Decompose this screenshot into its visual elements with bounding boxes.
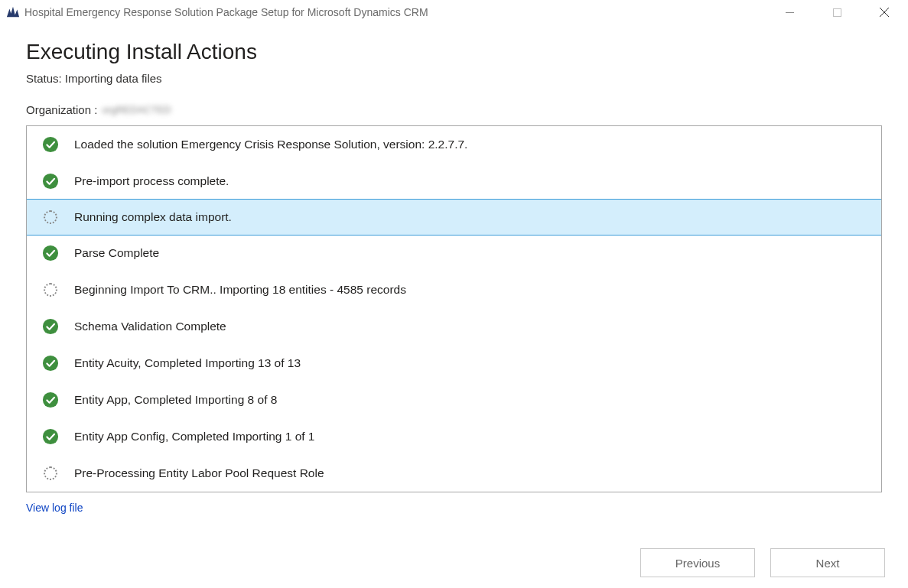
minimize-button[interactable] <box>766 0 813 24</box>
action-row-text: Pre-Processing Entity Labor Pool Request… <box>74 466 324 480</box>
action-row-text: Entity Acuity, Completed Importing 13 of… <box>74 356 301 370</box>
svg-point-9 <box>43 392 58 408</box>
action-row[interactable]: Pre-import process complete. <box>27 163 881 200</box>
organization-label: Organization : <box>26 103 97 116</box>
action-row[interactable]: Entity App Config, Completed Importing 1… <box>27 418 881 455</box>
svg-point-7 <box>43 319 58 334</box>
check-icon <box>42 391 59 408</box>
action-row-text: Loaded the solution Emergency Crisis Res… <box>74 138 467 151</box>
spinner-icon <box>42 465 59 482</box>
action-row[interactable]: Parse Complete <box>27 235 881 271</box>
action-row-text: Parse Complete <box>74 246 159 260</box>
status-line: Status: Importing data files <box>26 72 882 85</box>
close-button[interactable] <box>861 0 908 24</box>
window-controls <box>766 0 908 24</box>
main-content: Executing Install Actions Status: Import… <box>0 24 908 515</box>
svg-point-8 <box>43 356 58 371</box>
page-heading: Executing Install Actions <box>26 40 882 64</box>
check-icon <box>42 136 59 153</box>
action-row-text: Pre-import process complete. <box>74 174 229 188</box>
window-title: Hospital Emergency Response Solution Pac… <box>24 6 766 18</box>
spinner-icon <box>42 281 59 298</box>
check-icon <box>42 355 59 372</box>
check-icon <box>42 245 59 262</box>
action-row[interactable]: Beginning Import To CRM.. Importing 18 e… <box>27 271 881 308</box>
footer-buttons: Previous Next <box>640 548 885 577</box>
view-log-link[interactable]: View log file <box>26 502 83 514</box>
status-value: Importing data files <box>65 72 162 85</box>
next-button[interactable]: Next <box>770 548 885 577</box>
action-row[interactable]: Pre-Processing Entity Labor Pool Request… <box>27 455 881 492</box>
action-row[interactable]: Loaded the solution Emergency Crisis Res… <box>27 126 881 163</box>
action-row[interactable]: Running complex data import. <box>26 199 882 236</box>
status-prefix: Status: <box>26 72 65 85</box>
spinner-icon <box>42 209 59 226</box>
organization-line: Organization : orgREDACTED <box>26 103 882 116</box>
svg-point-10 <box>43 429 58 444</box>
action-row-text: Beginning Import To CRM.. Importing 18 e… <box>74 283 406 297</box>
maximize-button[interactable] <box>813 0 861 24</box>
app-icon <box>6 5 20 19</box>
previous-button[interactable]: Previous <box>640 548 755 577</box>
check-icon <box>42 428 59 445</box>
action-list: Loaded the solution Emergency Crisis Res… <box>26 125 882 492</box>
organization-value: orgREDACTED <box>102 104 186 116</box>
svg-point-6 <box>43 245 58 261</box>
svg-rect-1 <box>833 8 841 16</box>
action-row[interactable]: Entity Acuity, Completed Importing 13 of… <box>27 345 881 382</box>
check-icon <box>42 318 59 335</box>
svg-point-5 <box>43 174 58 189</box>
action-row-text: Entity App Config, Completed Importing 1… <box>74 430 314 443</box>
titlebar: Hospital Emergency Response Solution Pac… <box>0 0 908 24</box>
action-row[interactable]: Entity App, Completed Importing 8 of 8 <box>27 382 881 418</box>
action-row[interactable]: Schema Validation Complete <box>27 308 881 345</box>
svg-point-4 <box>43 137 58 152</box>
action-row-text: Entity App, Completed Importing 8 of 8 <box>74 393 277 407</box>
action-row-text: Schema Validation Complete <box>74 320 226 333</box>
check-icon <box>42 173 59 190</box>
action-row-text: Running complex data import. <box>74 210 232 224</box>
